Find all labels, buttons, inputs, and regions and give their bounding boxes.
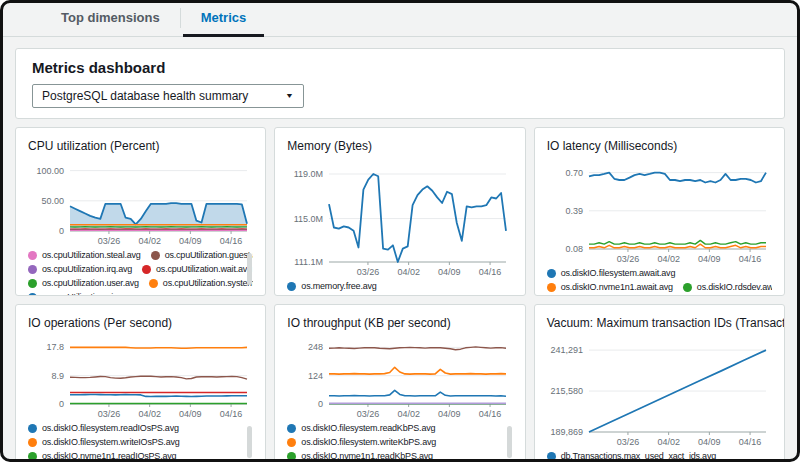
legend-color-dot-icon	[287, 424, 296, 433]
chart-svg-latency: 0.700.390.0803/2604/0204/0904/16	[547, 160, 772, 264]
legend-item[interactable]: os.diskIO.filesystem.writeKbPS.avg	[287, 437, 436, 447]
legend-color-dot-icon	[151, 251, 160, 260]
chart-svg-cpu: 100.0050.00003/2604/0204/0904/16	[28, 160, 253, 246]
legend-item[interactable]: os.diskIO.filesystem.readIOsPS.avg	[28, 423, 179, 433]
legend-label: os.diskIO.filesystem.readKbPS.avg	[301, 423, 435, 433]
legend-label: os.diskIO.filesystem.await.avg	[561, 268, 676, 278]
legend-color-dot-icon	[683, 283, 692, 292]
chart-card-throughput: IO throughput (KB per second) 248124003/…	[274, 304, 525, 462]
page-title: Metrics dashboard	[32, 59, 768, 76]
legend-item[interactable]: os.cpuUtilization.nice.avg	[28, 292, 138, 296]
tab-divider	[180, 8, 181, 28]
chart-title: IO throughput (KB per second)	[287, 315, 512, 331]
legend-item[interactable]: os.diskIO.nvme1n1.await.avg	[547, 282, 673, 292]
legend-row: os.cpuUtilization.user.avgos.cpuUtilizat…	[28, 278, 253, 288]
tab-metrics[interactable]: Metrics	[183, 2, 265, 37]
legend-item[interactable]: os.diskIO.filesystem.writeIOsPS.avg	[28, 437, 180, 447]
svg-text:0: 0	[318, 399, 323, 409]
legend-row: os.diskIO.filesystem.await.avg	[547, 268, 772, 278]
legend-label: os.diskIO.filesystem.writeIOsPS.avg	[42, 437, 180, 447]
svg-text:04/16: 04/16	[479, 267, 502, 277]
legend-row: os.diskIO.nvme1n1.await.avgos.diskIO.rds…	[547, 282, 772, 292]
chart-grid: CPU utilization (Percent) 100.0050.00003…	[15, 127, 785, 462]
legend-row: os.diskIO.filesystem.writeKbPS.avg	[287, 437, 512, 447]
legend-item[interactable]: os.cpuUtilization.guest.avg	[151, 250, 254, 260]
svg-text:189,869: 189,869	[550, 427, 583, 437]
legend-color-dot-icon	[547, 283, 556, 292]
legend-row: os.diskIO.filesystem.readKbPS.avg	[287, 423, 512, 433]
tab-top-dimensions[interactable]: Top dimensions	[43, 2, 178, 37]
svg-text:241,291: 241,291	[550, 345, 583, 355]
legend-color-dot-icon	[28, 424, 37, 433]
svg-text:0: 0	[59, 226, 64, 236]
svg-text:04/02: 04/02	[657, 437, 680, 447]
legend-item[interactable]: os.cpuUtilization.system.avg	[149, 278, 253, 288]
legend-label: os.diskIO.rdsdev.await.avg	[697, 282, 772, 292]
svg-text:04/16: 04/16	[479, 409, 502, 419]
legend-scrollbar[interactable]	[247, 426, 252, 458]
legend-item[interactable]: os.cpuUtilization.wait.avg	[142, 264, 252, 274]
legend-item[interactable]: os.diskIO.nvme1n1.readKbPS.avg	[287, 451, 433, 461]
legend-color-dot-icon	[28, 438, 37, 447]
legend-color-dot-icon	[28, 293, 37, 297]
legend-row: os.diskIO.nvme1n1.readKbPS.avg	[287, 451, 512, 461]
legend-row: os.diskIO.filesystem.readIOsPS.avg	[28, 423, 253, 433]
legend-item[interactable]: os.diskIO.filesystem.await.avg	[547, 268, 676, 278]
chart-title: IO latency (Milliseconds)	[547, 138, 772, 154]
svg-text:04/09: 04/09	[698, 254, 721, 264]
legend-color-dot-icon	[287, 282, 296, 291]
chart-legend: os.diskIO.filesystem.readKbPS.avgos.disk…	[287, 423, 512, 462]
legend-item[interactable]: os.diskIO.filesystem.readKbPS.avg	[287, 423, 435, 433]
svg-text:04/02: 04/02	[138, 236, 161, 246]
svg-text:04/02: 04/02	[657, 254, 680, 264]
svg-text:04/02: 04/02	[398, 267, 421, 277]
legend-scrollbar[interactable]	[507, 426, 512, 458]
legend-color-dot-icon	[287, 452, 296, 461]
legend-color-dot-icon	[547, 452, 556, 461]
legend-item[interactable]: os.diskIO.nvme1n1.readIOsPS.avg	[28, 451, 176, 461]
legend-row: os.memory.free.avg	[287, 281, 512, 291]
chart-legend: os.diskIO.filesystem.readIOsPS.avgos.dis…	[28, 423, 253, 462]
legend-item[interactable]: os.cpuUtilization.irq.avg	[28, 264, 132, 274]
svg-text:248: 248	[308, 342, 323, 352]
svg-text:04/02: 04/02	[398, 409, 421, 419]
legend-item[interactable]: db.Transactions.max_used_xact_ids.avg	[547, 451, 716, 461]
chart-legend: os.cpuUtilization.steal.avgos.cpuUtiliza…	[28, 250, 253, 296]
svg-text:04/09: 04/09	[179, 409, 202, 419]
legend-item[interactable]: os.memory.free.avg	[287, 281, 376, 291]
legend-row: db.Transactions.max_used_xact_ids.avg	[547, 451, 772, 461]
legend-label: os.diskIO.nvme1n1.readIOsPS.avg	[42, 451, 176, 461]
chart-card-cpu: CPU utilization (Percent) 100.0050.00003…	[15, 127, 266, 296]
chart-card-vacuum: Vacuum: Maximum transaction IDs (Transac…	[534, 304, 785, 462]
dashboard-select[interactable]: PostgreSQL database health summary ▼	[32, 84, 304, 108]
metrics-dashboard-panel: Metrics dashboard PostgreSQL database he…	[15, 48, 785, 119]
legend-item[interactable]: os.cpuUtilization.user.avg	[28, 278, 139, 288]
svg-text:50.00: 50.00	[41, 196, 64, 206]
svg-text:100.00: 100.00	[36, 166, 64, 176]
svg-text:124: 124	[308, 371, 323, 381]
legend-color-dot-icon	[142, 265, 151, 274]
chart-plot: 0.700.390.0803/2604/0204/0904/16	[547, 160, 772, 264]
legend-scrollbar[interactable]	[247, 253, 252, 285]
chart-title: Memory (Bytes)	[287, 138, 512, 154]
chart-plot: 119.0M115.0M111.1M03/2604/0204/0904/16	[287, 160, 512, 277]
svg-text:03/26: 03/26	[616, 254, 639, 264]
legend-color-dot-icon	[28, 279, 37, 288]
legend-row: os.diskIO.filesystem.writeIOsPS.avg	[28, 437, 253, 447]
legend-row: os.cpuUtilization.steal.avgos.cpuUtiliza…	[28, 250, 253, 260]
legend-label: db.Transactions.max_used_xact_ids.avg	[561, 451, 716, 461]
legend-label: os.cpuUtilization.irq.avg	[42, 264, 132, 274]
legend-label: os.cpuUtilization.steal.avg	[42, 250, 141, 260]
legend-row: os.cpuUtilization.nice.avg	[28, 292, 253, 296]
legend-item[interactable]: os.cpuUtilization.steal.avg	[28, 250, 141, 260]
legend-label: os.cpuUtilization.system.avg	[163, 278, 253, 288]
chart-card-memory: Memory (Bytes) 119.0M115.0M111.1M03/2604…	[274, 127, 525, 296]
chart-card-latency: IO latency (Milliseconds) 0.700.390.0803…	[534, 127, 785, 296]
chart-card-ops: IO operations (Per second) 17.88.9003/26…	[15, 304, 266, 462]
svg-text:04/09: 04/09	[438, 409, 461, 419]
chart-svg-memory: 119.0M115.0M111.1M03/2604/0204/0904/16	[287, 160, 512, 277]
legend-label: os.memory.free.avg	[301, 281, 376, 291]
svg-text:03/26: 03/26	[98, 409, 121, 419]
legend-item[interactable]: os.diskIO.rdsdev.await.avg	[683, 282, 772, 292]
legend-color-dot-icon	[28, 265, 37, 274]
